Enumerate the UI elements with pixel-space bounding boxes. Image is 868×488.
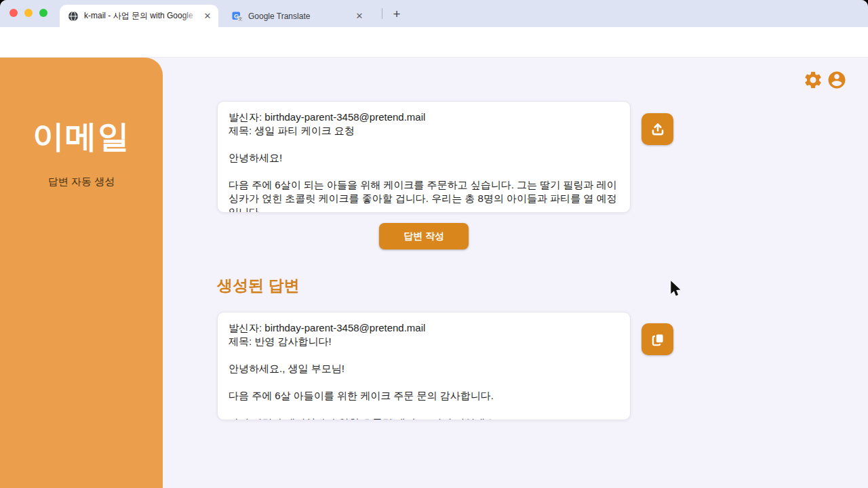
svg-text:文: 文 — [239, 16, 243, 20]
google-translate-icon: G 文 — [232, 11, 243, 22]
maximize-window-button[interactable] — [39, 9, 47, 17]
close-window-button[interactable] — [9, 9, 18, 17]
app-title: 이메일 — [0, 115, 163, 158]
reply-subject: 제목: 반영 감사합니다! — [229, 335, 619, 348]
reply-from: 발신자: birthday-parent-3458@pretend.mail — [229, 321, 619, 335]
tab-google-translate[interactable]: G 文 Google Translate ✕ — [224, 5, 376, 27]
reply-body: 다음 주에 6살 아들이를 위한 케이크 주문 문의 감사합니다. — [229, 389, 619, 403]
generated-reply-card: 발신자: birthday-parent-3458@pretend.mail 제… — [217, 312, 631, 420]
globe-icon — [68, 11, 79, 22]
new-tab-button[interactable]: + — [388, 5, 406, 23]
email-subject: 제목: 생일 파티 케이크 요청 — [229, 124, 619, 138]
reply-greeting: 안녕하세요., 생일 부모님! — [229, 362, 619, 375]
sidebar: 이메일 답변 자동 생성 — [0, 58, 163, 488]
reply-blank-line — [229, 375, 619, 389]
reply-blank-line — [229, 348, 619, 362]
upload-button[interactable] — [642, 113, 673, 145]
tab-divider — [382, 8, 382, 19]
gear-icon[interactable] — [803, 70, 823, 90]
email-body: 다음 주에 6살이 되는 아들을 위해 케이크를 주문하고 싶습니다. 그는 딸… — [229, 178, 619, 213]
tab-kmail[interactable]: k-mail - 사업 문의 with Google ✕ — [60, 5, 218, 27]
copy-button[interactable] — [642, 323, 673, 355]
minimize-window-button[interactable] — [24, 9, 33, 17]
compose-reply-button[interactable]: 답변 작성 — [379, 223, 469, 249]
copy-icon — [649, 331, 667, 348]
upload-icon — [649, 121, 667, 138]
page-content: 이메일 답변 자동 생성 발신자: birthday-parent-3458@p… — [0, 58, 868, 488]
browser-toolbar: 127.0.0.1:5000 — [0, 27, 868, 58]
tab-title: Google Translate — [248, 12, 350, 21]
generated-reply-heading: 생성된 답변 — [217, 275, 299, 296]
browser-window: k-mail - 사업 문의 with Google ✕ G 文 Google … — [0, 0, 868, 488]
email-blank-line — [229, 165, 619, 178]
email-blank-line — [229, 138, 619, 151]
tab-title: k-mail - 사업 문의 with Google — [84, 10, 198, 22]
close-tab-icon[interactable]: ✕ — [202, 11, 213, 22]
reply-blank-line — [229, 403, 619, 416]
email-from: 발신자: birthday-parent-3458@pretend.mail — [229, 110, 619, 124]
close-tab-icon[interactable]: ✕ — [354, 11, 365, 22]
tab-strip: k-mail - 사업 문의 with Google ✕ G 文 Google … — [0, 0, 868, 27]
app-subtitle: 답변 자동 생성 — [0, 176, 163, 188]
email-greeting: 안녕하세요! — [229, 151, 619, 165]
reply-body-clipped: 딸기 필링과 레이싱카가 얹힌 초콜릿 케이크, 정말 귀엽네요! — [229, 416, 619, 420]
mouse-cursor — [670, 280, 682, 298]
incoming-email-card: 발신자: birthday-parent-3458@pretend.mail 제… — [217, 101, 631, 213]
person-circle-icon[interactable] — [827, 70, 847, 90]
